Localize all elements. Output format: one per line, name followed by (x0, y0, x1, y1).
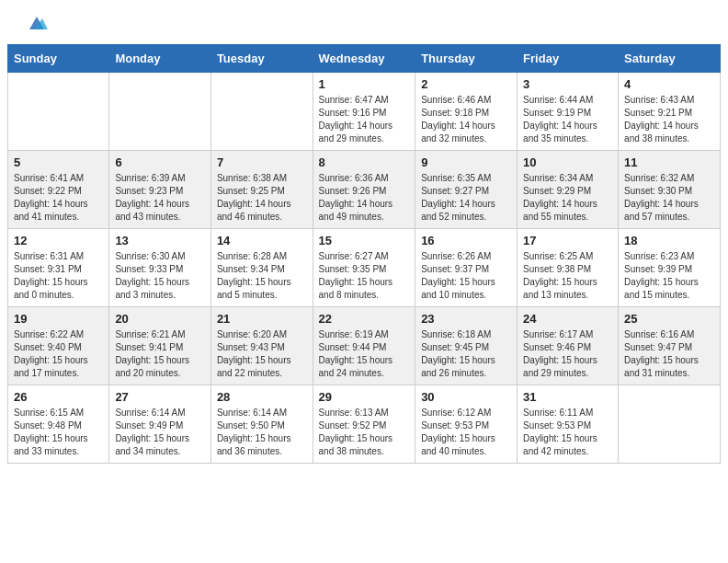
calendar-day-cell: 22Sunrise: 6:19 AM Sunset: 9:44 PM Dayli… (313, 307, 415, 385)
day-info: Sunrise: 6:44 AM Sunset: 9:19 PM Dayligh… (523, 94, 612, 145)
day-number: 27 (115, 390, 205, 404)
day-number: 20 (115, 312, 205, 326)
calendar-day-cell: 3Sunrise: 6:44 AM Sunset: 9:19 PM Daylig… (518, 73, 619, 151)
day-info: Sunrise: 6:47 AM Sunset: 9:16 PM Dayligh… (319, 94, 410, 145)
calendar-table: SundayMondayTuesdayWednesdayThursdayFrid… (7, 44, 721, 464)
day-number: 13 (115, 234, 205, 247)
calendar-day-cell (619, 385, 721, 464)
calendar-day-cell: 18Sunrise: 6:23 AM Sunset: 9:39 PM Dayli… (619, 229, 721, 307)
day-info: Sunrise: 6:22 AM Sunset: 9:40 PM Dayligh… (14, 328, 103, 380)
calendar-day-cell: 5Sunrise: 6:41 AM Sunset: 9:22 PM Daylig… (8, 151, 109, 229)
day-number: 8 (319, 155, 410, 169)
calendar-day-cell (210, 73, 313, 151)
logo (22, 17, 48, 35)
day-number: 28 (217, 390, 307, 404)
day-of-week-header: Saturday (619, 45, 721, 73)
day-number: 14 (217, 234, 307, 247)
calendar-day-cell: 31Sunrise: 6:11 AM Sunset: 9:53 PM Dayli… (518, 385, 619, 464)
day-info: Sunrise: 6:39 AM Sunset: 9:23 PM Dayligh… (115, 172, 205, 224)
day-number: 16 (421, 234, 511, 247)
day-info: Sunrise: 6:11 AM Sunset: 9:53 PM Dayligh… (523, 407, 612, 458)
calendar-day-cell: 19Sunrise: 6:22 AM Sunset: 9:40 PM Dayli… (8, 307, 109, 385)
calendar-day-cell: 13Sunrise: 6:30 AM Sunset: 9:33 PM Dayli… (109, 229, 211, 307)
calendar-header-row: SundayMondayTuesdayWednesdayThursdayFrid… (8, 45, 721, 73)
day-number: 6 (115, 155, 205, 169)
calendar-day-cell: 21Sunrise: 6:20 AM Sunset: 9:43 PM Dayli… (210, 307, 313, 385)
day-info: Sunrise: 6:13 AM Sunset: 9:52 PM Dayligh… (319, 407, 410, 458)
day-number: 1 (319, 77, 410, 91)
logo-icon (26, 13, 48, 35)
day-number: 15 (319, 234, 410, 247)
day-of-week-header: Tuesday (210, 45, 313, 73)
day-number: 7 (217, 155, 307, 169)
calendar-day-cell: 24Sunrise: 6:17 AM Sunset: 9:46 PM Dayli… (518, 307, 619, 385)
day-info: Sunrise: 6:35 AM Sunset: 9:27 PM Dayligh… (421, 172, 511, 224)
calendar-container: SundayMondayTuesdayWednesdayThursdayFrid… (0, 44, 728, 471)
calendar-week-row: 1Sunrise: 6:47 AM Sunset: 9:16 PM Daylig… (8, 73, 721, 151)
calendar-day-cell (109, 73, 211, 151)
calendar-day-cell: 12Sunrise: 6:31 AM Sunset: 9:31 PM Dayli… (8, 229, 109, 307)
page-header (0, 0, 728, 44)
day-info: Sunrise: 6:15 AM Sunset: 9:48 PM Dayligh… (14, 407, 103, 458)
day-info: Sunrise: 6:46 AM Sunset: 9:18 PM Dayligh… (421, 94, 511, 145)
day-info: Sunrise: 6:14 AM Sunset: 9:49 PM Dayligh… (115, 407, 205, 458)
day-info: Sunrise: 6:43 AM Sunset: 9:21 PM Dayligh… (624, 94, 714, 145)
day-number: 29 (319, 390, 410, 404)
calendar-day-cell: 29Sunrise: 6:13 AM Sunset: 9:52 PM Dayli… (313, 385, 415, 464)
day-info: Sunrise: 6:27 AM Sunset: 9:35 PM Dayligh… (319, 250, 410, 302)
calendar-day-cell: 30Sunrise: 6:12 AM Sunset: 9:53 PM Dayli… (415, 385, 518, 464)
day-info: Sunrise: 6:38 AM Sunset: 9:25 PM Dayligh… (217, 172, 307, 224)
day-number: 5 (14, 155, 103, 169)
day-info: Sunrise: 6:34 AM Sunset: 9:29 PM Dayligh… (523, 172, 612, 224)
day-number: 19 (14, 312, 103, 326)
calendar-week-row: 26Sunrise: 6:15 AM Sunset: 9:48 PM Dayli… (8, 385, 721, 464)
day-info: Sunrise: 6:28 AM Sunset: 9:34 PM Dayligh… (217, 250, 307, 302)
day-info: Sunrise: 6:20 AM Sunset: 9:43 PM Dayligh… (217, 328, 307, 380)
day-number: 2 (421, 77, 511, 91)
day-number: 4 (624, 77, 714, 91)
day-info: Sunrise: 6:36 AM Sunset: 9:26 PM Dayligh… (319, 172, 410, 224)
calendar-day-cell: 11Sunrise: 6:32 AM Sunset: 9:30 PM Dayli… (619, 151, 721, 229)
day-info: Sunrise: 6:41 AM Sunset: 9:22 PM Dayligh… (14, 172, 103, 224)
day-number: 3 (523, 77, 612, 91)
day-info: Sunrise: 6:32 AM Sunset: 9:30 PM Dayligh… (624, 172, 714, 224)
day-info: Sunrise: 6:31 AM Sunset: 9:31 PM Dayligh… (14, 250, 103, 302)
calendar-day-cell: 8Sunrise: 6:36 AM Sunset: 9:26 PM Daylig… (313, 151, 415, 229)
day-number: 25 (624, 312, 714, 326)
calendar-week-row: 19Sunrise: 6:22 AM Sunset: 9:40 PM Dayli… (8, 307, 721, 385)
day-info: Sunrise: 6:18 AM Sunset: 9:45 PM Dayligh… (421, 328, 511, 380)
calendar-week-row: 12Sunrise: 6:31 AM Sunset: 9:31 PM Dayli… (8, 229, 721, 307)
calendar-day-cell: 16Sunrise: 6:26 AM Sunset: 9:37 PM Dayli… (415, 229, 518, 307)
calendar-day-cell: 7Sunrise: 6:38 AM Sunset: 9:25 PM Daylig… (210, 151, 313, 229)
day-of-week-header: Wednesday (313, 45, 415, 73)
calendar-week-row: 5Sunrise: 6:41 AM Sunset: 9:22 PM Daylig… (8, 151, 721, 229)
day-info: Sunrise: 6:16 AM Sunset: 9:47 PM Dayligh… (624, 328, 714, 380)
day-number: 11 (624, 155, 714, 169)
calendar-day-cell: 20Sunrise: 6:21 AM Sunset: 9:41 PM Dayli… (109, 307, 211, 385)
day-number: 30 (421, 390, 511, 404)
day-info: Sunrise: 6:26 AM Sunset: 9:37 PM Dayligh… (421, 250, 511, 302)
day-info: Sunrise: 6:12 AM Sunset: 9:53 PM Dayligh… (421, 407, 511, 458)
calendar-day-cell: 6Sunrise: 6:39 AM Sunset: 9:23 PM Daylig… (109, 151, 211, 229)
calendar-day-cell: 2Sunrise: 6:46 AM Sunset: 9:18 PM Daylig… (415, 73, 518, 151)
day-number: 17 (523, 234, 612, 247)
day-number: 22 (319, 312, 410, 326)
calendar-day-cell: 15Sunrise: 6:27 AM Sunset: 9:35 PM Dayli… (313, 229, 415, 307)
day-of-week-header: Friday (518, 45, 619, 73)
calendar-day-cell (8, 73, 109, 151)
day-of-week-header: Sunday (8, 45, 109, 73)
calendar-day-cell: 28Sunrise: 6:14 AM Sunset: 9:50 PM Dayli… (210, 385, 313, 464)
day-info: Sunrise: 6:14 AM Sunset: 9:50 PM Dayligh… (217, 407, 307, 458)
calendar-day-cell: 27Sunrise: 6:14 AM Sunset: 9:49 PM Dayli… (109, 385, 211, 464)
day-number: 18 (624, 234, 714, 247)
day-info: Sunrise: 6:25 AM Sunset: 9:38 PM Dayligh… (523, 250, 612, 302)
day-info: Sunrise: 6:17 AM Sunset: 9:46 PM Dayligh… (523, 328, 612, 380)
calendar-day-cell: 14Sunrise: 6:28 AM Sunset: 9:34 PM Dayli… (210, 229, 313, 307)
day-info: Sunrise: 6:21 AM Sunset: 9:41 PM Dayligh… (115, 328, 205, 380)
calendar-day-cell: 1Sunrise: 6:47 AM Sunset: 9:16 PM Daylig… (313, 73, 415, 151)
day-info: Sunrise: 6:23 AM Sunset: 9:39 PM Dayligh… (624, 250, 714, 302)
calendar-day-cell: 23Sunrise: 6:18 AM Sunset: 9:45 PM Dayli… (415, 307, 518, 385)
day-of-week-header: Thursday (415, 45, 518, 73)
day-info: Sunrise: 6:19 AM Sunset: 9:44 PM Dayligh… (319, 328, 410, 380)
day-info: Sunrise: 6:30 AM Sunset: 9:33 PM Dayligh… (115, 250, 205, 302)
